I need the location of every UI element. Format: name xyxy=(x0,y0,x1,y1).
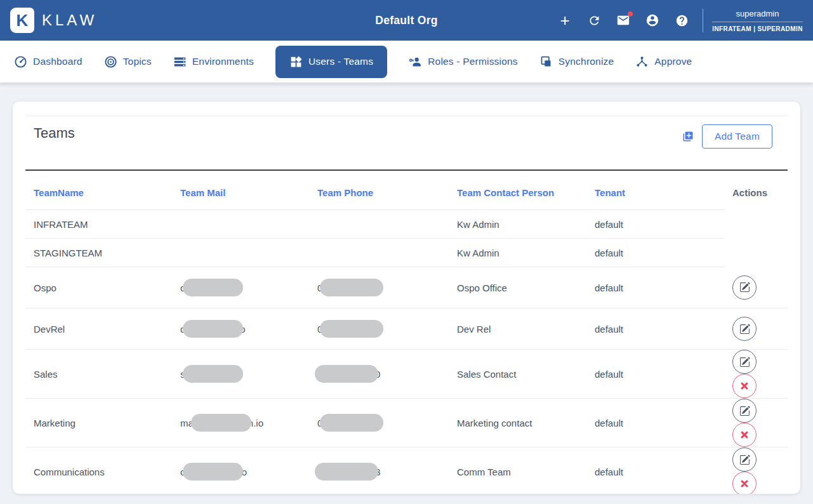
edit-pencil-icon xyxy=(739,324,750,335)
teams-table: TeamName Team Mail Team Phone Team Conta… xyxy=(25,171,788,494)
klaw-logo-icon[interactable]: K xyxy=(10,8,34,33)
tenant-cell: default xyxy=(586,350,724,399)
edit-pencil-icon xyxy=(739,406,750,416)
refresh-icon[interactable] xyxy=(587,13,601,27)
team-name-cell: Marketing xyxy=(25,399,172,448)
redaction-pill xyxy=(315,365,378,383)
copy-squares-icon xyxy=(539,55,553,69)
team-name-cell: DevRel xyxy=(25,308,172,350)
header-icon-group: + xyxy=(558,13,689,27)
tenant-cell: default xyxy=(586,448,724,494)
team-phone-cell xyxy=(309,210,449,239)
table-row: Communications cio 3 Comm Team default xyxy=(25,448,788,494)
person-key-icon xyxy=(409,55,422,69)
nav-item-environments[interactable]: Environments xyxy=(173,55,254,69)
account-icon[interactable] xyxy=(645,13,659,27)
edit-team-button[interactable] xyxy=(732,448,757,472)
team-mail-cell: o xyxy=(172,267,309,308)
redaction-pill xyxy=(320,279,383,296)
redaction-pill xyxy=(191,414,251,432)
team-phone-cell: 0 xyxy=(309,267,449,308)
gauge-icon xyxy=(14,55,27,69)
team-name-cell: Ospo xyxy=(25,267,172,308)
team-phone-cell: 0 xyxy=(309,399,449,448)
team-phone-cell xyxy=(309,239,449,267)
edit-pencil-icon xyxy=(739,454,750,465)
edit-team-button[interactable] xyxy=(732,317,757,341)
tenant-cell: default xyxy=(586,308,724,350)
edit-pencil-icon xyxy=(739,282,750,293)
widgets-icon xyxy=(289,55,303,69)
team-contact-cell: Marketing contact xyxy=(449,399,586,448)
team-contact-cell: Kw Admin xyxy=(449,210,586,239)
delete-team-button[interactable] xyxy=(732,472,757,494)
delete-x-icon xyxy=(740,430,749,439)
actions-cell xyxy=(724,267,788,308)
nav-item-dashboard[interactable]: Dashboard xyxy=(14,55,83,69)
team-name-cell: INFRATEAM xyxy=(25,210,172,239)
tenant-cell: default xyxy=(586,210,724,239)
team-contact-cell: Dev Rel xyxy=(449,308,586,350)
user-name: superadmin xyxy=(736,9,779,18)
org-title: Default Org xyxy=(375,14,438,27)
teams-card: Teams Add Team TeamName Team Mail Team P… xyxy=(13,102,800,494)
team-name-cell: STAGINGTEAM xyxy=(25,239,172,267)
logo-glyph: K xyxy=(17,11,29,30)
nav-item-topics[interactable]: Topics xyxy=(104,55,152,69)
app-header: K KLAW Default Org + superadmin INFRATEA xyxy=(0,0,813,41)
teams-table-body: INFRATEAM Kw Admin default STAGINGTEAM K… xyxy=(25,210,788,494)
team-mail-cell: man.io xyxy=(172,399,309,448)
delete-x-icon xyxy=(740,381,749,390)
actions-cell xyxy=(724,308,788,350)
edit-team-button[interactable] xyxy=(732,350,757,374)
edit-pencil-icon xyxy=(739,357,750,368)
target-icon xyxy=(104,55,117,69)
redaction-pill xyxy=(183,320,243,338)
add-request-icon[interactable]: + xyxy=(558,13,572,27)
team-contact-cell: Comm Team xyxy=(449,448,586,494)
team-contact-cell: Ospo Office xyxy=(449,267,586,308)
team-mail-cell xyxy=(172,239,309,267)
page-title: Teams xyxy=(34,124,75,142)
user-team-role: INFRATEAM | SUPERADMIN xyxy=(712,25,803,32)
tenant-cell: default xyxy=(586,267,724,308)
col-team-name[interactable]: TeamName xyxy=(25,171,172,210)
content-area: Teams Add Team TeamName Team Mail Team P… xyxy=(0,83,813,494)
table-row: Sales s 0 Sales Contact default xyxy=(25,350,788,399)
col-team-phone[interactable]: Team Phone xyxy=(309,171,449,210)
table-header-row: TeamName Team Mail Team Phone Team Conta… xyxy=(25,171,788,210)
actions-cell xyxy=(724,350,788,399)
nav-item-approve[interactable]: Approve xyxy=(635,55,692,69)
help-icon[interactable] xyxy=(675,13,689,27)
redaction-pill xyxy=(315,463,378,481)
redaction-pill xyxy=(183,463,243,481)
brand-name: KLAW xyxy=(42,11,97,29)
user-block[interactable]: superadmin INFRATEAM | SUPERADMIN xyxy=(703,9,803,32)
add-team-button[interactable]: Add Team xyxy=(702,124,772,149)
brand: K KLAW xyxy=(10,8,97,33)
team-contact-cell: Kw Admin xyxy=(449,239,586,267)
edit-team-button[interactable] xyxy=(732,275,757,300)
edit-team-button[interactable] xyxy=(732,399,757,423)
teams-header-actions: Add Team xyxy=(682,124,772,149)
nav-item-synchronize[interactable]: Synchronize xyxy=(539,55,614,69)
server-stack-icon xyxy=(173,55,187,69)
actions-cell xyxy=(724,448,788,494)
tenant-cell: default xyxy=(586,399,724,448)
team-mail-cell: do xyxy=(172,308,309,350)
mail-icon[interactable] xyxy=(616,13,630,27)
nav-item-roles-permissions[interactable]: Roles - Permissions xyxy=(409,55,518,69)
nav-item-users-teams[interactable]: Users - Teams xyxy=(275,46,387,78)
col-team-contact-person[interactable]: Team Contact Person xyxy=(449,171,586,210)
col-actions: Actions xyxy=(724,171,788,210)
header-right: + superadmin INFRATEAM | SUPERADMIN xyxy=(558,9,803,32)
user-divider xyxy=(712,22,803,22)
teams-card-header: Teams Add Team xyxy=(25,116,788,169)
col-team-mail[interactable]: Team Mail xyxy=(172,171,309,210)
add-to-queue-icon[interactable] xyxy=(682,131,694,142)
col-tenant[interactable]: Tenant xyxy=(586,171,724,210)
delete-team-button[interactable] xyxy=(732,374,757,398)
delete-team-button[interactable] xyxy=(732,423,757,447)
hub-icon xyxy=(635,55,649,69)
table-row: Marketing man.io 0 Marketing contact def… xyxy=(25,399,788,448)
